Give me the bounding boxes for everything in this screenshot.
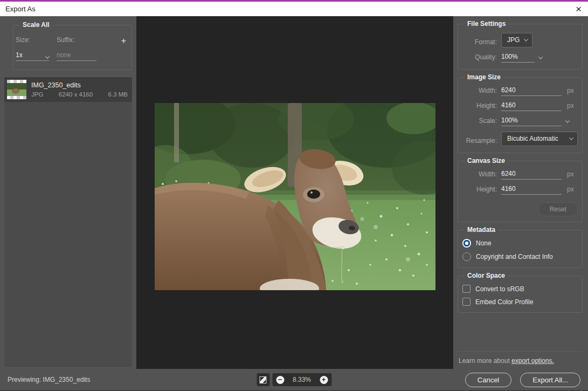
left-panel: Scale All Size: 1x Suffix: none + (0, 16, 136, 369)
metadata-option-copyright[interactable]: Copyright and Contact Info (462, 252, 578, 261)
zoom-in-button[interactable]: + (320, 376, 328, 384)
convert-srgb-option[interactable]: Convert to sRGB (462, 285, 578, 293)
chevron-down-icon (45, 54, 50, 58)
scale-value: 100% (501, 116, 518, 124)
preview-matte-button[interactable] (257, 373, 269, 386)
cancel-button[interactable]: Cancel (465, 373, 511, 387)
scale-size-column: Size: 1x (16, 36, 57, 61)
titlebar: Export As × (0, 0, 588, 16)
zoom-out-button[interactable]: − (276, 376, 284, 384)
settings-panel: File Settings Format: JPG Quality: 100% (453, 16, 588, 369)
export-file-list: IMG_2350_edits JPG 6240 x 4160 6.3 MB (4, 77, 133, 368)
close-icon[interactable]: × (576, 4, 582, 14)
cow-photo-illustration (155, 103, 435, 290)
file-thumbnail (7, 80, 26, 99)
metadata-none-label: None (476, 239, 492, 247)
resample-dropdown[interactable]: Bicubic Automatic (501, 132, 578, 146)
file-settings-group: File Settings Format: JPG Quality: 100% (458, 24, 583, 70)
scale-all-title: Scale All (20, 21, 52, 29)
quality-input[interactable]: 100% (501, 53, 535, 63)
file-name: IMG_2350_edits (31, 81, 129, 89)
color-space-title: Color Space (465, 272, 508, 279)
metadata-option-none[interactable]: None (462, 239, 578, 248)
file-settings-title: File Settings (465, 20, 508, 28)
metadata-copyright-label: Copyright and Contact Info (476, 253, 553, 260)
file-size: 6.3 MB (108, 91, 128, 98)
canvas-size-group: Canvas Size Width: 6240 px Height: 4160 … (458, 161, 583, 222)
format-label: Format: (462, 38, 497, 47)
previewing-status: Previewing: IMG_2350_edits (8, 376, 90, 383)
canvas-width-unit: px (567, 170, 574, 180)
canvas-height-unit: px (567, 186, 574, 195)
canvas-width-label: Width: (462, 170, 497, 180)
image-width-value: 6240 (501, 86, 516, 94)
canvas-size-title: Canvas Size (465, 157, 508, 164)
checkbox-unchecked-icon[interactable] (462, 285, 471, 293)
zoom-pill: − 8.33% + (272, 373, 331, 386)
preview-canvas (136, 16, 453, 369)
action-buttons: Cancel Export All... (465, 373, 580, 387)
suffix-placeholder: none (57, 51, 71, 59)
image-height-unit: px (567, 102, 574, 111)
embed-profile-option[interactable]: Embed Color Profile (462, 298, 578, 306)
color-space-group: Color Space Convert to sRGB Embed Color … (458, 276, 583, 313)
chevron-down-icon (538, 54, 543, 59)
quality-value: 100% (501, 53, 518, 60)
image-width-unit: px (567, 87, 574, 96)
radio-unselected-icon[interactable] (462, 252, 471, 261)
learn-more: Learn more about export options. (458, 351, 583, 369)
export-all-button[interactable]: Export All... (520, 373, 580, 387)
image-height-label: Height: (462, 102, 497, 111)
file-dimensions: 6240 x 4160 (59, 91, 93, 98)
scale-all-group: Scale All Size: 1x Suffix: none + (13, 25, 132, 70)
resample-value: Bicubic Automatic (507, 135, 558, 142)
embed-profile-label: Embed Color Profile (475, 298, 533, 306)
suffix-input[interactable]: none (57, 51, 96, 61)
chevron-down-icon (524, 37, 528, 41)
chevron-down-icon (565, 118, 570, 122)
preview-image-cow (155, 103, 435, 290)
scale-suffix-column: Suffix: none (57, 36, 107, 61)
reset-button[interactable]: Reset (538, 202, 578, 216)
checkbox-unchecked-icon[interactable] (462, 298, 471, 306)
image-width-input[interactable]: 6240 (501, 86, 562, 96)
dialog-body: Scale All Size: 1x Suffix: none + (0, 16, 588, 369)
size-value: 1x (16, 51, 23, 59)
file-item-selected[interactable]: IMG_2350_edits JPG 6240 x 4160 6.3 MB (4, 77, 132, 102)
size-label: Size: (16, 36, 57, 44)
radio-selected-icon[interactable] (462, 239, 471, 248)
format-dropdown[interactable]: JPG (501, 33, 532, 47)
scale-input[interactable]: 100% (501, 116, 562, 126)
size-dropdown[interactable]: 1x (16, 51, 49, 61)
diagonal-split-square-icon (260, 376, 267, 383)
file-format: JPG (31, 91, 43, 98)
suffix-label: Suffix: (57, 36, 107, 44)
scale-label: Scale: (462, 117, 497, 126)
canvas-height-value: 4160 (501, 185, 516, 193)
chevron-down-icon (569, 135, 573, 140)
image-height-input[interactable]: 4160 (501, 101, 562, 111)
file-meta: JPG 6240 x 4160 6.3 MB (31, 91, 129, 98)
resample-label: Resample: (462, 137, 497, 146)
canvas-height-label: Height: (462, 186, 497, 195)
image-width-label: Width: (462, 87, 497, 96)
image-size-title: Image Size (465, 73, 503, 81)
convert-srgb-label: Convert to sRGB (475, 285, 524, 293)
image-height-value: 4160 (501, 101, 516, 109)
dialog-title: Export As (5, 5, 36, 13)
metadata-group: Metadata None Copyright and Contact Info (458, 230, 583, 268)
thumbnail-image (7, 83, 26, 96)
zoom-controls: − 8.33% + (257, 373, 331, 386)
canvas-height-input[interactable]: 4160 (501, 185, 562, 195)
file-info: IMG_2350_edits JPG 6240 x 4160 6.3 MB (31, 81, 129, 98)
canvas-width-value: 6240 (501, 170, 516, 177)
quality-label: Quality: (462, 53, 497, 63)
image-size-group: Image Size Width: 6240 px Height: 4160 p… (458, 77, 583, 153)
learn-more-text: Learn more about (459, 357, 511, 365)
zoom-level: 8.33% (290, 376, 313, 383)
format-value: JPG (507, 36, 520, 44)
add-scale-button[interactable]: + (121, 37, 126, 45)
canvas-width-input[interactable]: 6240 (501, 170, 562, 180)
export-options-link[interactable]: export options. (511, 357, 554, 365)
metadata-title: Metadata (465, 226, 498, 234)
